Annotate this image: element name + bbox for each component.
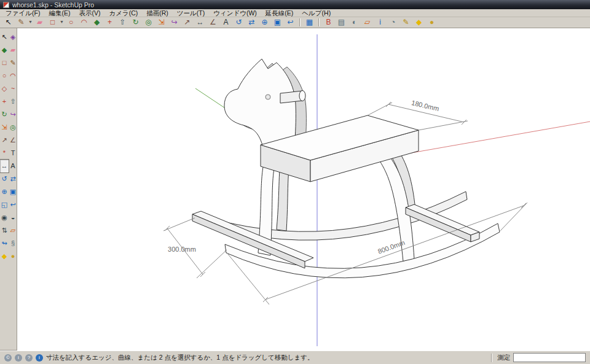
line-dropdown-button[interactable]: ▼ — [28, 17, 33, 28]
dimension-tool-button[interactable]: ↔ — [194, 17, 206, 28]
move-tool-button[interactable]: + — [103, 17, 116, 28]
rectangle-tool-button[interactable]: □ — [0, 56, 9, 69]
offset-tool-button[interactable]: ◎ — [9, 121, 17, 134]
axes-tool-button[interactable]: * — [0, 147, 9, 160]
eraser-tool-button[interactable]: ▰ — [9, 44, 17, 56]
text-tool-button[interactable]: A — [9, 160, 17, 172]
circle-tool-button[interactable]: ○ — [65, 17, 77, 28]
plugin-b-tool-button[interactable]: ● — [9, 250, 17, 263]
previous-view-tool-button[interactable]: ↩ — [284, 17, 297, 28]
text-tool-button[interactable]: A — [219, 17, 232, 28]
zoom-tool-button[interactable]: ⊕ — [258, 17, 271, 28]
orbit-tool-button[interactable]: ↺ — [0, 172, 9, 185]
top-toolbar: ↖ ✎ ▼ ▰ □ ▼ ○ ◠ ◆ + ⇧ ↻ ◎ ⇲ ↪ ↗ ↔ ∠ A ↺ … — [0, 17, 590, 28]
menu-file[interactable]: ファイル(F) — [1, 9, 44, 17]
dimension-label-300: 300.0mm — [168, 246, 196, 253]
handle-peg — [280, 91, 302, 103]
look-around-tool-button[interactable]: ◒ — [9, 211, 17, 224]
walk-tool-button[interactable]: ⇅ — [0, 224, 9, 237]
menu-plugins[interactable]: 延長線(E) — [261, 9, 298, 17]
paint-bucket-tool-button[interactable]: ◆ — [0, 44, 9, 56]
scale-tool-button[interactable]: ⇲ — [155, 17, 168, 28]
main-area: ↖ ◈ ◆ ▰ □ ✎ ○ ◠ ◇ ~ + ⇧ ↻ ↪ ⇲ ◎ ↗ ∠ * T … — [0, 28, 590, 350]
pan-tool-button[interactable]: ⇄ — [245, 17, 258, 28]
menu-view[interactable]: 表示(V) — [74, 9, 104, 17]
arc-tool-button[interactable]: ◠ — [77, 17, 90, 28]
zoom-extents-tool-button[interactable]: ◱ — [0, 198, 9, 211]
layout-tool-button[interactable]: ▦ — [303, 17, 316, 28]
toolbar-separator — [318, 18, 320, 26]
position-camera-tool-button[interactable]: ◉ — [0, 211, 9, 224]
menu-help[interactable]: ヘルプ(H) — [297, 9, 335, 17]
select-tool-button[interactable]: ↖ — [0, 31, 9, 44]
menu-camera[interactable]: カメラ(C) — [104, 9, 142, 17]
plugin-a-tool-button[interactable]: ◆ — [0, 250, 9, 263]
plugin-key-tool-button[interactable]: ● — [425, 17, 438, 28]
style-builder-tool-button[interactable]: B — [322, 17, 335, 28]
eraser-tool-button[interactable]: ▰ — [33, 17, 46, 28]
arc-tool-button[interactable]: ◠ — [9, 69, 17, 82]
menu-draw[interactable]: 描画(R) — [142, 9, 173, 17]
freehand-tool-button[interactable]: ~ — [9, 82, 17, 95]
settings-tool-button[interactable]: § — [9, 237, 17, 250]
status-bar: © i ? i 寸法を記入するエッジ、曲線、または 2 点を選択するか、1 点を… — [0, 350, 590, 364]
zoom-window-tool-button[interactable]: ▣ — [9, 185, 17, 198]
claim-icon[interactable]: © — [4, 354, 12, 362]
polygon-tool-button[interactable]: ◇ — [0, 82, 9, 95]
zoom-tool-button[interactable]: ⊕ — [0, 185, 9, 198]
offset-tool-button[interactable]: ◎ — [142, 17, 155, 28]
pencil-plugin-tool-button[interactable]: ✎ — [399, 17, 412, 28]
zoom-extents-tool-button[interactable]: ▣ — [271, 17, 284, 28]
dimension-label-800: 800.0mm — [377, 239, 406, 255]
app-icon — [3, 2, 9, 8]
model-info-tool-button[interactable]: i — [374, 17, 387, 28]
orbit-tool-button[interactable]: ↺ — [232, 17, 245, 28]
rocking-horse-model[interactable] — [192, 59, 500, 278]
follow-me-tool-button[interactable]: ↪ — [9, 108, 17, 121]
circle-tool-button[interactable]: ○ — [0, 69, 9, 82]
menu-edit[interactable]: 編集(E) — [44, 9, 74, 17]
paint-bucket-tool-button[interactable]: ◆ — [90, 17, 103, 28]
measurement-label: 測定 — [497, 354, 510, 362]
section-plane-tool-button[interactable]: ▱ — [361, 17, 374, 28]
push-pull-tool-button[interactable]: ⇧ — [116, 17, 129, 28]
plugin-diamond-tool-button[interactable]: ◆ — [412, 17, 425, 28]
line-tool-button[interactable]: ✎ — [9, 56, 17, 69]
scale-tool-button[interactable]: ⇲ — [0, 121, 9, 134]
push-pull-tool-button[interactable]: ⇧ — [9, 95, 17, 108]
protractor-tool-button[interactable]: ∠ — [206, 17, 219, 28]
info-icon[interactable]: i — [15, 354, 22, 362]
move-tool-button[interactable]: + — [0, 95, 9, 108]
shapes-dropdown-button[interactable]: ▼ — [59, 17, 65, 28]
title-bar[interactable]: whorse1.skp - SketchUp Pro — [0, 0, 590, 9]
make-component-tool-button[interactable]: ◈ — [9, 31, 17, 44]
materials-tool-button[interactable]: ▤ — [335, 17, 348, 28]
model-viewport[interactable]: 180.0mm 300.0mm — [17, 28, 590, 350]
tape-measure-tool-button[interactable]: ↗ — [181, 17, 194, 28]
help-icon[interactable]: ? — [25, 354, 33, 362]
menu-window[interactable]: ウィンドウ(W) — [209, 9, 261, 17]
line-tool-button[interactable]: ✎ — [15, 17, 28, 28]
rectangle-tool-button[interactable]: □ — [46, 17, 59, 28]
select-tool-button[interactable]: ↖ — [2, 17, 15, 28]
previous-view-tool-button[interactable]: ↩ — [9, 198, 17, 211]
hint-icon: i — [36, 354, 43, 362]
handle-peg-cap — [299, 91, 305, 101]
menu-tools[interactable]: ツール(T) — [173, 9, 209, 17]
sketchup-window: whorse1.skp - SketchUp Pro ファイル(F) 編集(E)… — [0, 0, 590, 364]
clock-tool-button[interactable]: ◔ — [387, 17, 399, 28]
tape-measure-tool-button[interactable]: ↗ — [0, 134, 9, 147]
pan-tool-button[interactable]: ⇄ — [9, 172, 17, 185]
horse-head — [224, 59, 296, 147]
model-canvas: 180.0mm 300.0mm — [17, 28, 590, 350]
protractor-tool-button[interactable]: ∠ — [9, 134, 17, 147]
rotate-tool-button[interactable]: ↻ — [129, 17, 142, 28]
dimension-tool-button[interactable]: ↔ — [0, 160, 9, 172]
measurement-input[interactable] — [513, 353, 586, 362]
shadows-tool-button[interactable]: ◐ — [348, 17, 361, 28]
rotate-tool-button[interactable]: ↻ — [0, 108, 9, 121]
next-view-tool-button[interactable]: ↬ — [0, 237, 9, 250]
section-plane-tool-button[interactable]: ▱ — [9, 224, 17, 237]
3d-text-tool-button[interactable]: T — [9, 147, 17, 160]
follow-me-tool-button[interactable]: ↪ — [168, 17, 181, 28]
